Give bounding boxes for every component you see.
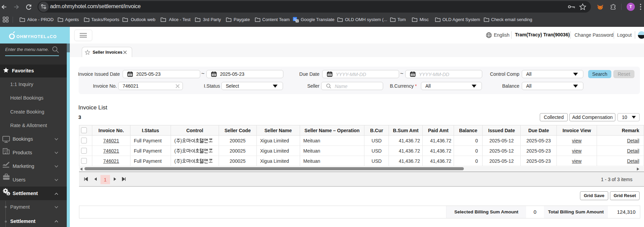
svg-text:OHMYHOTEL: OHMYHOTEL [16,34,47,39]
svg-text:CO: CO [50,34,57,39]
svg-text:&: & [47,35,49,39]
